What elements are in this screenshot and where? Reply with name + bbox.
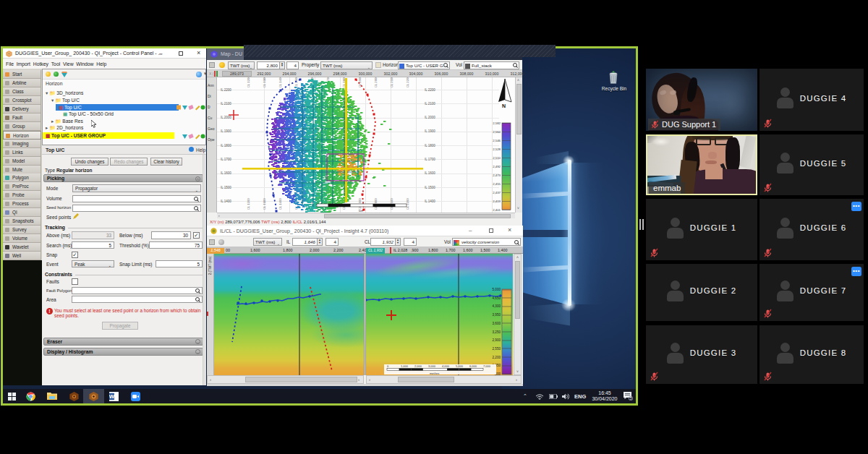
svg-text:2,473: 2,473	[493, 174, 501, 177]
svg-text:CL 1200: CL 1200	[247, 198, 250, 210]
svg-text:1,000: 1,000	[401, 364, 409, 368]
svg-text:4,300: 4,300	[493, 304, 501, 308]
svg-text:IL 1700: IL 1700	[221, 158, 231, 161]
svg-text:met/res: met/res	[430, 372, 439, 375]
svg-text:4,000: 4,000	[442, 364, 450, 368]
svg-text:IL 1900: IL 1900	[425, 129, 435, 133]
svg-text:6,000: 6,000	[469, 364, 477, 368]
svg-text:2,437: 2,437	[493, 191, 501, 194]
svg-text:IL 1600: IL 1600	[221, 171, 231, 175]
svg-text:IL 1500: IL 1500	[425, 186, 435, 189]
svg-text:CL 1200: CL 1200	[247, 77, 250, 87]
svg-text:IL 1500: IL 1500	[221, 186, 231, 189]
svg-text:IL 2200: IL 2200	[221, 88, 231, 92]
svg-text:IL 2000: IL 2000	[425, 116, 435, 119]
svg-text:3,600: 3,600	[493, 322, 501, 325]
svg-text:IL 1800: IL 1800	[221, 144, 231, 147]
svg-text:CL 2000: CL 2000	[374, 77, 378, 87]
svg-text:4,650: 4,650	[493, 296, 501, 300]
svg-text:3,250: 3,250	[493, 330, 501, 334]
svg-text:2,546: 2,546	[493, 139, 501, 142]
svg-text:IL 1400: IL 1400	[425, 200, 435, 203]
svg-text:IL 2200: IL 2200	[425, 88, 435, 92]
svg-text:N: N	[502, 103, 506, 108]
svg-text:CL 1300: CL 1300	[263, 198, 266, 210]
svg-text:CL 1400: CL 1400	[278, 77, 282, 87]
svg-text:IL 1400: IL 1400	[221, 200, 231, 203]
svg-text:IL 1900: IL 1900	[221, 129, 231, 133]
svg-text:5,000: 5,000	[493, 288, 501, 291]
svg-text:2,419: 2,419	[493, 200, 501, 203]
svg-text:3,000: 3,000	[428, 364, 436, 368]
svg-text:3: 3	[629, 396, 631, 401]
svg-text:2,564: 2,564	[493, 130, 501, 134]
svg-text:IL 2100: IL 2100	[221, 102, 231, 106]
svg-text:IL 1600: IL 1600	[425, 171, 435, 175]
svg-text:2,550: 2,550	[493, 347, 501, 351]
svg-text:CL 2200: CL 2200	[406, 77, 409, 87]
svg-text:2,200: 2,200	[493, 356, 501, 359]
svg-text:7,000: 7,000	[483, 364, 491, 368]
svg-text:2,492: 2,492	[493, 165, 501, 168]
svg-text:3,950: 3,950	[493, 313, 501, 317]
svg-text:2,401: 2,401	[493, 208, 501, 212]
svg-text:2,900: 2,900	[493, 338, 501, 342]
svg-text:2,455: 2,455	[493, 182, 501, 186]
svg-text:IL 1700: IL 1700	[425, 158, 435, 161]
svg-text:CL 1300: CL 1300	[263, 77, 266, 87]
svg-text:2,000: 2,000	[414, 364, 422, 368]
svg-text:W: W	[109, 393, 115, 400]
svg-text:IL 2000: IL 2000	[221, 116, 231, 119]
svg-text:5,000: 5,000	[456, 364, 464, 368]
svg-text:2,582: 2,582	[493, 121, 501, 125]
svg-text:CL 2100: CL 2100	[390, 77, 393, 87]
svg-text:IL 2100: IL 2100	[425, 102, 435, 106]
svg-text:2,528: 2,528	[493, 147, 501, 151]
svg-text:2,510: 2,510	[493, 156, 501, 160]
svg-text:IL 1800: IL 1800	[425, 144, 435, 147]
svg-text:CL 1400: CL 1400	[278, 198, 282, 210]
svg-text:CL 1500: CL 1500	[294, 77, 298, 87]
